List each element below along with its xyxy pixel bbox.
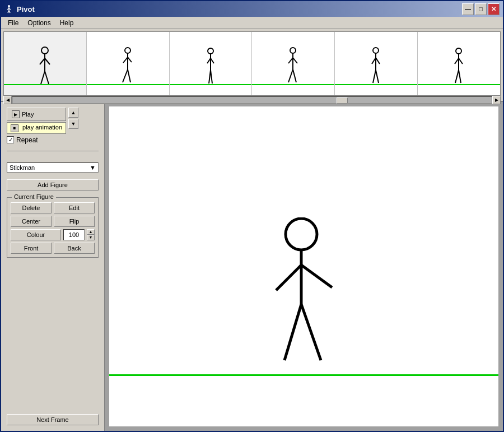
- svg-line-45: [301, 265, 332, 287]
- svg-line-28: [288, 69, 293, 82]
- repeat-row: ✓ Repeat: [7, 136, 66, 144]
- scroll-track[interactable]: [12, 96, 492, 104]
- speed-down-button[interactable]: ▼: [68, 119, 78, 129]
- edit-button[interactable]: Edit: [54, 202, 95, 213]
- colour-up-button[interactable]: ▲: [87, 229, 95, 235]
- play-label: Play: [22, 111, 34, 118]
- figure-buttons: Delete Edit Center Flip: [11, 202, 95, 227]
- stop-icon: ■: [11, 124, 18, 132]
- frame-1[interactable]: [4, 32, 87, 95]
- next-frame-area: Next Frame: [7, 410, 99, 425]
- left-panel: ▶ Play ■ play animation ✓ Repeat ▲ ▼: [1, 102, 105, 431]
- svg-line-39: [459, 58, 463, 64]
- front-back-buttons: Front Back: [11, 243, 95, 254]
- next-frame-button[interactable]: Next Frame: [7, 414, 99, 425]
- select-arrow-icon: ▼: [90, 164, 96, 171]
- svg-line-38: [455, 58, 459, 64]
- svg-line-47: [301, 304, 321, 360]
- figure-select[interactable]: Stickman ▼: [7, 162, 99, 173]
- center-button[interactable]: Center: [11, 216, 52, 227]
- svg-line-5: [9, 11, 10, 13]
- speed-up-button[interactable]: ▲: [68, 108, 78, 118]
- current-figure-group: Current Figure Delete Edit Center Flip C…: [7, 197, 99, 258]
- svg-point-30: [373, 48, 379, 53]
- frame-5[interactable]: [335, 32, 418, 95]
- repeat-label: Repeat: [16, 136, 38, 144]
- svg-point-24: [290, 48, 296, 53]
- svg-point-18: [208, 48, 213, 54]
- colour-spinner: ▲ ▼: [87, 229, 95, 240]
- frame-strip-container: ◀ ▶: [1, 29, 503, 102]
- svg-line-44: [276, 265, 301, 290]
- frame-strip: [3, 31, 501, 96]
- colour-row: Colour 100 ▲ ▼: [11, 229, 95, 240]
- colour-down-button[interactable]: ▼: [87, 235, 95, 240]
- front-button[interactable]: Front: [11, 243, 52, 254]
- svg-line-46: [284, 304, 301, 360]
- titlebar: Pivot — □ ✕: [1, 1, 503, 17]
- flip-button[interactable]: Flip: [54, 216, 95, 227]
- frame-scrollbar: ◀ ▶: [3, 96, 501, 104]
- speed-arrows: ▲ ▼: [68, 108, 78, 129]
- svg-line-23: [211, 70, 212, 83]
- svg-line-9: [45, 58, 50, 64]
- svg-line-15: [128, 57, 132, 62]
- canvas-area: [105, 102, 503, 431]
- svg-point-12: [125, 48, 130, 53]
- svg-line-17: [128, 69, 130, 82]
- svg-line-14: [123, 57, 128, 63]
- svg-line-41: [459, 70, 461, 83]
- frame-4[interactable]: [252, 32, 335, 95]
- frame-3[interactable]: [170, 32, 253, 95]
- svg-line-32: [372, 58, 376, 64]
- svg-line-11: [45, 71, 49, 84]
- svg-line-8: [40, 58, 45, 64]
- svg-line-16: [123, 69, 128, 82]
- play-animation-label: play animation: [22, 124, 62, 131]
- svg-line-29: [293, 69, 296, 82]
- svg-line-35: [376, 70, 379, 83]
- menu-options[interactable]: Options: [23, 18, 55, 28]
- scroll-thumb[interactable]: [337, 97, 348, 104]
- svg-line-40: [455, 70, 459, 83]
- colour-button[interactable]: Colour: [11, 229, 61, 240]
- menubar: File Options Help: [1, 17, 503, 29]
- svg-point-36: [456, 48, 461, 54]
- svg-point-6: [41, 47, 48, 54]
- window-controls: — □ ✕: [462, 3, 500, 15]
- maximize-button[interactable]: □: [475, 3, 487, 15]
- delete-button[interactable]: Delete: [11, 202, 52, 213]
- minimize-button[interactable]: —: [462, 3, 474, 15]
- svg-line-33: [376, 58, 380, 64]
- main-stickfigure: [270, 217, 343, 376]
- menu-file[interactable]: File: [3, 18, 23, 28]
- current-figure-label: Current Figure: [12, 193, 56, 200]
- svg-point-42: [286, 219, 317, 250]
- frame-2[interactable]: [87, 32, 170, 95]
- canvas[interactable]: [109, 106, 498, 426]
- play-button[interactable]: ▶ Play: [7, 108, 66, 121]
- main-window: Pivot — □ ✕ File Options Help: [0, 0, 504, 432]
- back-button[interactable]: Back: [54, 243, 95, 254]
- play-main: ▶ Play ■ play animation ✓ Repeat: [7, 108, 66, 144]
- scroll-right-button[interactable]: ▶: [492, 96, 501, 104]
- app-icon: [4, 4, 13, 13]
- frame-6[interactable]: [418, 32, 500, 95]
- svg-line-34: [373, 70, 376, 83]
- play-icon: ▶: [12, 110, 20, 118]
- repeat-checkbox[interactable]: ✓: [7, 136, 14, 143]
- play-tooltip: ■ play animation: [7, 122, 66, 134]
- play-controls: ▶ Play ■ play animation ✓ Repeat ▲ ▼: [7, 108, 99, 144]
- add-figure-button[interactable]: Add Figure: [7, 179, 99, 191]
- main-area: ▶ Play ■ play animation ✓ Repeat ▲ ▼: [1, 102, 503, 431]
- scroll-left-button[interactable]: ◀: [3, 96, 12, 104]
- close-button[interactable]: ✕: [488, 3, 500, 15]
- stickfigure-svg: [270, 217, 343, 374]
- menu-help[interactable]: Help: [55, 18, 78, 28]
- svg-line-27: [293, 58, 297, 63]
- svg-line-10: [41, 71, 45, 84]
- figure-type-label: Stickman: [10, 164, 35, 171]
- figure-row: Stickman ▼: [7, 162, 99, 173]
- colour-value[interactable]: 100: [63, 229, 85, 240]
- svg-line-26: [288, 58, 293, 63]
